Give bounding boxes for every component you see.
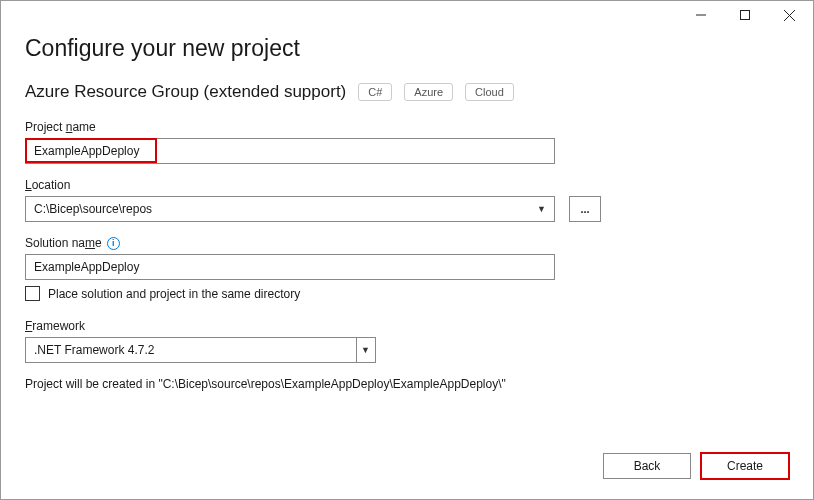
tag-cloud: Cloud bbox=[465, 83, 514, 101]
create-button-label: Create bbox=[727, 459, 763, 473]
minimize-button[interactable] bbox=[679, 1, 723, 29]
location-value: C:\Bicep\source\repos bbox=[34, 202, 152, 216]
browse-button[interactable]: ... bbox=[569, 196, 601, 222]
create-button[interactable]: Create bbox=[701, 453, 789, 479]
title-bar bbox=[1, 1, 813, 29]
same-directory-checkbox[interactable] bbox=[25, 286, 40, 301]
project-name-label: Project name bbox=[25, 120, 789, 134]
back-button-label: Back bbox=[634, 459, 661, 473]
chevron-down-icon: ▼ bbox=[537, 204, 546, 214]
tag-csharp: C# bbox=[358, 83, 392, 101]
back-button[interactable]: Back bbox=[603, 453, 691, 479]
chevron-down-icon: ▼ bbox=[356, 338, 374, 362]
solution-name-input[interactable]: ExampleAppDeploy bbox=[25, 254, 555, 280]
svg-rect-1 bbox=[741, 11, 750, 20]
close-button[interactable] bbox=[767, 1, 811, 29]
page-title: Configure your new project bbox=[25, 35, 789, 62]
framework-label: Framework bbox=[25, 319, 789, 333]
framework-value: .NET Framework 4.7.2 bbox=[34, 343, 154, 357]
solution-name-value: ExampleAppDeploy bbox=[34, 260, 139, 274]
same-directory-label: Place solution and project in the same d… bbox=[48, 287, 300, 301]
creation-path-hint: Project will be created in "C:\Bicep\sou… bbox=[25, 377, 789, 391]
project-name-value: ExampleAppDeploy bbox=[34, 144, 139, 158]
project-name-input[interactable]: ExampleAppDeploy bbox=[25, 138, 555, 164]
maximize-button[interactable] bbox=[723, 1, 767, 29]
framework-combo[interactable]: .NET Framework 4.7.2 ▼ bbox=[25, 337, 376, 363]
info-icon[interactable]: i bbox=[107, 237, 120, 250]
tag-azure: Azure bbox=[404, 83, 453, 101]
location-label: Location bbox=[25, 178, 789, 192]
project-template-name: Azure Resource Group (extended support) bbox=[25, 82, 346, 102]
solution-name-label: Solution name i bbox=[25, 236, 789, 250]
location-combo[interactable]: C:\Bicep\source\repos ▼ bbox=[25, 196, 555, 222]
